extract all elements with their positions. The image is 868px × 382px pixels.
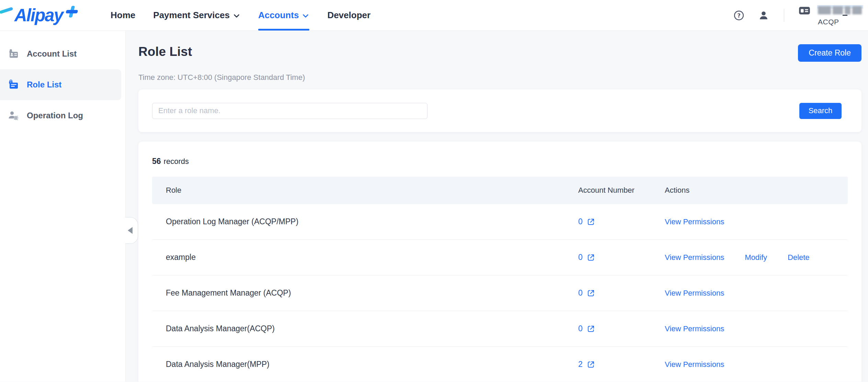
- external-link-icon[interactable]: [587, 360, 595, 369]
- action-view-permissions-link[interactable]: View Permissions: [665, 324, 724, 333]
- alipay-plus-logo[interactable]: Alipay: [14, 4, 79, 26]
- top-header: Alipay Home Payment Services Accounts De…: [0, 0, 868, 31]
- role-table-panel: 56records Role Account Number Actions Op…: [138, 142, 861, 382]
- nav-developer[interactable]: Developer: [327, 0, 370, 31]
- chevron-down-icon: [233, 12, 240, 20]
- timezone-note: Time zone: UTC+8:00 (Singapore Standard …: [138, 73, 861, 82]
- row-actions: View Permissions: [665, 324, 848, 333]
- account-number-cell: 2: [578, 360, 665, 369]
- org-switcher[interactable]: ACQP: [799, 5, 862, 26]
- records-count: 56records: [152, 157, 848, 166]
- header-right-cluster: ?: [733, 5, 862, 26]
- account-number-link[interactable]: 0: [578, 288, 583, 298]
- page-title: Role List: [138, 44, 192, 59]
- search-button[interactable]: Search: [799, 103, 842, 119]
- action-modify-link[interactable]: Modify: [745, 253, 767, 262]
- svg-text:?: ?: [737, 12, 741, 19]
- header-divider: [784, 9, 784, 22]
- column-account-number: Account Number: [578, 186, 665, 195]
- content-shell: Account List Role List: [0, 31, 868, 382]
- logo-text: Alipay: [14, 4, 63, 26]
- nav-accounts[interactable]: Accounts: [258, 0, 309, 31]
- help-icon[interactable]: ?: [733, 10, 745, 21]
- external-link-icon[interactable]: [587, 289, 595, 297]
- action-view-permissions-link[interactable]: View Permissions: [665, 217, 724, 226]
- main-nav: Home Payment Services Accounts Developer: [111, 0, 370, 31]
- chevron-down-icon: [302, 12, 309, 20]
- org-name-dash: [843, 15, 847, 16]
- logo-plus-icon: [64, 5, 79, 22]
- logo-swoosh: [0, 7, 13, 14]
- main-content: Role List Create Role Time zone: UTC+8:0…: [126, 31, 868, 382]
- role-name: Operation Log Manager (ACQP/MPP): [166, 217, 578, 226]
- nav-home-label: Home: [111, 10, 135, 21]
- external-link-icon[interactable]: [587, 253, 595, 262]
- role-name-input[interactable]: [152, 103, 427, 119]
- external-link-icon[interactable]: [587, 325, 595, 333]
- column-actions: Actions: [665, 186, 848, 195]
- row-actions: View PermissionsModifyDelete: [665, 253, 848, 262]
- nav-payment-services-label: Payment Services: [153, 10, 230, 21]
- role-name: Data Analysis Manager(ACQP): [166, 324, 578, 333]
- account-number-link[interactable]: 0: [578, 253, 583, 262]
- nav-accounts-label: Accounts: [258, 10, 299, 21]
- nav-payment-services[interactable]: Payment Services: [153, 0, 240, 31]
- create-role-button[interactable]: Create Role: [798, 44, 861, 62]
- table-header-row: Role Account Number Actions: [152, 177, 848, 204]
- sidebar-collapse-handle[interactable]: [125, 217, 138, 244]
- sidebar-item-account-list[interactable]: Account List: [0, 38, 125, 69]
- org-name-blur-blocks: [818, 6, 862, 14]
- row-actions: View Permissions: [665, 360, 848, 369]
- person-gear-icon: [8, 110, 19, 121]
- action-delete-link[interactable]: Delete: [788, 253, 810, 262]
- column-role: Role: [166, 186, 578, 195]
- table-row: Operation Log Manager (ACQP/MPP) 0 View …: [152, 204, 848, 240]
- org-name-redacted: [818, 6, 862, 15]
- role-name: example: [166, 253, 578, 262]
- account-number-cell: 0: [578, 288, 665, 298]
- role-lock-card-icon: [8, 79, 19, 91]
- row-actions: View Permissions: [665, 217, 848, 226]
- account-number-link[interactable]: 2: [578, 360, 583, 369]
- sidebar-item-label: Operation Log: [27, 111, 83, 120]
- account-number-cell: 0: [578, 324, 665, 333]
- role-name: Fee Management Manager (ACQP): [166, 288, 578, 298]
- org-label: ACQP: [818, 18, 862, 26]
- account-number-cell: 0: [578, 217, 665, 226]
- table-row: Fee Management Manager (ACQP) 0 View Per…: [152, 275, 848, 311]
- sidebar-item-role-list[interactable]: Role List: [0, 69, 121, 100]
- table-body: Operation Log Manager (ACQP/MPP) 0 View …: [152, 204, 848, 382]
- account-number-link[interactable]: 0: [578, 217, 583, 226]
- nav-developer-label: Developer: [327, 10, 370, 21]
- user-icon[interactable]: [758, 10, 769, 21]
- nav-home[interactable]: Home: [111, 0, 135, 31]
- external-link-icon[interactable]: [587, 218, 595, 226]
- action-view-permissions-link[interactable]: View Permissions: [665, 253, 724, 262]
- collapse-left-arrow-icon: [128, 227, 133, 234]
- org-name-block: ACQP: [818, 6, 862, 26]
- page-head: Role List Create Role: [138, 44, 861, 62]
- sidebar-item-label: Role List: [27, 80, 61, 89]
- role-name: Data Analysis Manager(MPP): [166, 360, 578, 369]
- action-view-permissions-link[interactable]: View Permissions: [665, 289, 724, 298]
- account-card-icon: [8, 48, 19, 60]
- sidebar: Account List Role List: [0, 31, 126, 382]
- table-row: Data Analysis Manager(ACQP) 0 View Permi…: [152, 311, 848, 347]
- sidebar-item-operation-log[interactable]: Operation Log: [0, 100, 125, 131]
- search-panel: Search: [138, 89, 861, 132]
- row-actions: View Permissions: [665, 289, 848, 298]
- records-label: records: [164, 157, 189, 166]
- account-number-cell: 0: [578, 253, 665, 262]
- records-number: 56: [152, 157, 161, 166]
- action-view-permissions-link[interactable]: View Permissions: [665, 360, 724, 369]
- account-number-link[interactable]: 0: [578, 324, 583, 333]
- sidebar-item-label: Account List: [27, 49, 77, 59]
- table-row: example 0 View PermissionsModifyDelete: [152, 240, 848, 275]
- active-tab-underline: [258, 29, 309, 31]
- org-card-icon: [799, 5, 810, 16]
- table-row: Data Analysis Manager(MPP) 2 View Permis…: [152, 347, 848, 382]
